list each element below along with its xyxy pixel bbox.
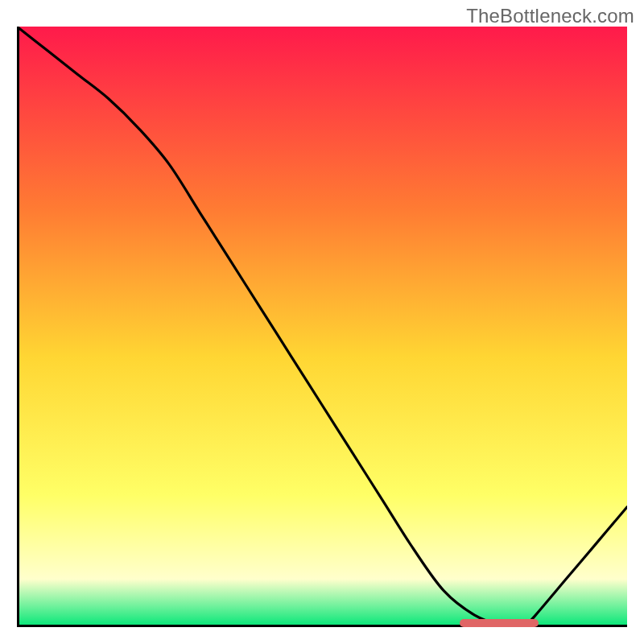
watermark-text: TheBottleneck.com xyxy=(466,5,634,27)
minimum-highlight-bar xyxy=(460,619,539,627)
chart-stage: TheBottleneck.com xyxy=(0,0,644,644)
plot-area xyxy=(17,27,627,627)
chart-svg xyxy=(17,27,627,627)
gradient-background xyxy=(17,27,627,627)
